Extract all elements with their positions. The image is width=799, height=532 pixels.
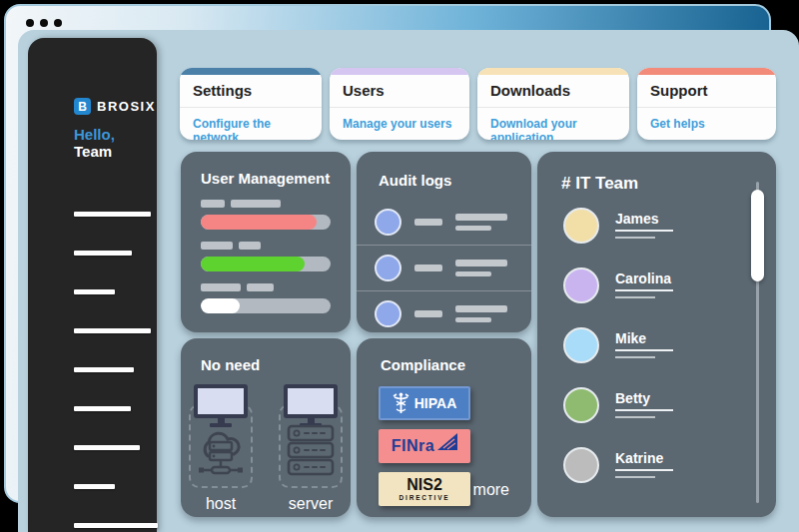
nav-card-subtitle[interactable]: Download your application	[477, 108, 629, 140]
nav-card-subtitle[interactable]: Configure the network	[180, 108, 322, 140]
nav-card-subtitle[interactable]: Get helps	[637, 108, 776, 140]
placeholder-text-bar	[615, 296, 655, 298]
sidebar: B BROSIX Hello, Team	[28, 38, 157, 532]
member-name: Carolina	[615, 270, 673, 286]
progress-fill	[201, 215, 317, 230]
member-name: Mike	[615, 330, 673, 346]
host-label: host	[189, 495, 253, 513]
window-dot-icon[interactable]	[40, 19, 48, 27]
placeholder-label-bar	[239, 242, 261, 250]
host-option: host	[189, 384, 253, 513]
placeholder-text-bar	[615, 237, 655, 239]
screenshot-root: B BROSIX Hello, Team Settings Configure …	[0, 0, 799, 532]
greeting: Hello, Team	[74, 126, 157, 160]
compliance-card: Compliance HIPAA FINra	[357, 338, 531, 517]
user-management-card: User Management	[181, 152, 351, 332]
sidebar-menu-item[interactable]	[74, 251, 132, 256]
user-avatar-icon	[375, 255, 401, 281]
team-member-row[interactable]: Carolina	[563, 267, 732, 327]
window-dot-icon[interactable]	[54, 19, 62, 27]
name-underline	[615, 349, 673, 351]
it-team-title: # IT Team	[561, 174, 638, 194]
name-underline	[615, 409, 673, 411]
nav-card-accent	[477, 68, 629, 75]
monitor-icon	[194, 384, 248, 427]
sidebar-menu-item[interactable]	[74, 328, 151, 333]
cloud-server-icon	[195, 428, 247, 482]
progress-bar	[201, 257, 331, 271]
finra-flag-icon	[437, 433, 457, 452]
progress-bar	[201, 215, 331, 230]
placeholder-text-bar	[455, 260, 507, 266]
server-option: server	[279, 384, 343, 513]
scrollbar-track[interactable]	[756, 182, 759, 503]
sidebar-menu-item[interactable]	[74, 212, 151, 217]
nis2-badge[interactable]: NIS2 DIRECTIVE	[379, 472, 470, 506]
placeholder-text-bar	[414, 310, 442, 317]
placeholder-text-bar	[455, 214, 507, 221]
placeholder-text-bar	[414, 265, 442, 271]
progress-bar	[201, 298, 331, 313]
monitor-icon	[284, 384, 338, 427]
sidebar-menu-item[interactable]	[74, 445, 140, 450]
nav-card-subtitle[interactable]: Manage your users	[330, 108, 469, 140]
sidebar-menu-item[interactable]	[74, 523, 158, 528]
team-member-row[interactable]: Katrine	[563, 447, 732, 507]
progress-fill	[201, 257, 305, 271]
placeholder-text-bar	[615, 476, 655, 478]
window-dot-icon[interactable]	[26, 19, 34, 27]
audit-logs-title: Audit logs	[379, 172, 531, 189]
sidebar-menu	[74, 212, 158, 532]
compliance-title: Compliance	[381, 356, 531, 373]
user-stat-row	[201, 242, 331, 271]
placeholder-text-bar	[455, 317, 491, 322]
it-team-member-list: James Carolina Mike	[563, 208, 732, 507]
window-controls[interactable]	[26, 19, 62, 27]
user-stat-row	[201, 200, 331, 230]
placeholder-label-bar	[231, 200, 281, 208]
sidebar-menu-item[interactable]	[74, 484, 115, 489]
brosix-logo-text: BROSIX	[97, 99, 156, 114]
placeholder-text-bar	[615, 416, 655, 418]
name-underline	[615, 230, 673, 232]
scrollbar-thumb[interactable]	[751, 190, 764, 281]
nis2-badge-sublabel: DIRECTIVE	[400, 495, 450, 502]
member-name: Katrine	[615, 450, 673, 466]
nav-card-support[interactable]: Support Get helps	[637, 68, 776, 140]
nav-card-downloads[interactable]: Downloads Download your application	[477, 68, 629, 140]
placeholder-label-bar	[201, 242, 233, 250]
sidebar-menu-item[interactable]	[74, 406, 131, 411]
hipaa-badge[interactable]: HIPAA	[379, 386, 470, 420]
member-avatar-icon	[563, 267, 599, 303]
user-stat-row	[201, 283, 331, 313]
team-member-row[interactable]: Mike	[563, 327, 732, 387]
nav-card-accent	[637, 68, 776, 75]
brosix-logo: B BROSIX	[74, 98, 156, 115]
sidebar-menu-item[interactable]	[74, 289, 115, 294]
nav-card-users[interactable]: Users Manage your users	[330, 68, 469, 140]
audit-log-row[interactable]	[357, 245, 531, 290]
user-management-title: User Management	[201, 170, 351, 187]
team-member-row[interactable]: James	[563, 208, 732, 267]
nav-card-settings[interactable]: Settings Configure the network	[180, 68, 322, 140]
member-name: James	[615, 211, 673, 227]
name-underline	[615, 289, 673, 291]
no-need-title: No need	[201, 356, 351, 373]
sidebar-menu-item[interactable]	[74, 367, 134, 372]
nav-card-title: Settings	[180, 75, 322, 108]
finra-badge[interactable]: FINra	[379, 429, 470, 463]
placeholder-label-bar	[201, 283, 241, 291]
team-member-row[interactable]: Betty	[563, 387, 732, 447]
finra-badge-label: FINra	[392, 437, 434, 455]
member-avatar-icon	[563, 387, 599, 423]
it-team-card: # IT Team James Carolina	[537, 152, 776, 517]
user-avatar-icon	[375, 300, 401, 327]
nav-card-title: Support	[637, 75, 776, 108]
audit-log-row[interactable]	[357, 290, 531, 336]
hipaa-badge-label: HIPAA	[414, 395, 457, 411]
placeholder-text-bar	[455, 226, 491, 231]
caduceus-icon	[393, 392, 409, 414]
audit-log-row[interactable]	[357, 200, 531, 245]
more-link[interactable]: more	[473, 481, 509, 499]
no-need-card: No need	[181, 338, 351, 517]
